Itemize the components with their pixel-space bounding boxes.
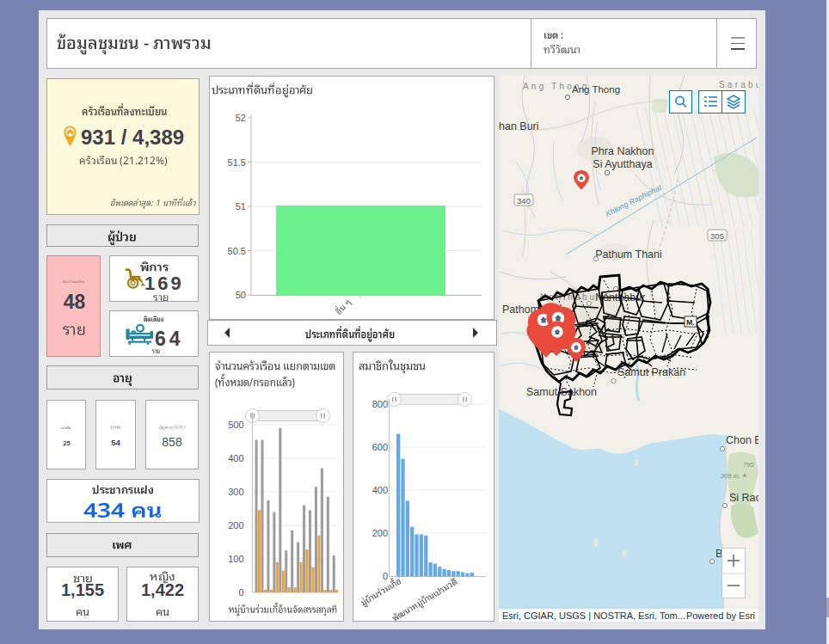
svg-text:M.: M. (686, 318, 694, 327)
svg-text:Si Ayutthaya: Si Ayutthaya (593, 158, 652, 170)
svg-text:305: 305 (710, 231, 724, 241)
svg-text:795: 795 (743, 461, 754, 469)
svg-text:309 m.: 309 m. (721, 472, 740, 480)
svg-text:Chon Bu: Chon Bu (726, 434, 758, 446)
svg-text:Phra Nakhon: Phra Nakhon (592, 145, 654, 157)
svg-text:han Buri: han Buri (499, 120, 539, 132)
svg-text:Ang Thong: Ang Thong (572, 84, 620, 95)
svg-text:Esri, CGIAR, USGS | NOSTRA, Es: Esri, CGIAR, USGS | NOSTRA, Esri, Tom... (502, 610, 685, 621)
svg-text:Si Racha: Si Racha (729, 492, 758, 504)
svg-text:Saraburi: Saraburi (719, 80, 758, 89)
svg-text:340: 340 (517, 196, 531, 205)
svg-text:Powered by Esri: Powered by Esri (686, 610, 755, 621)
svg-text:Pathum Thani: Pathum Thani (595, 248, 662, 261)
